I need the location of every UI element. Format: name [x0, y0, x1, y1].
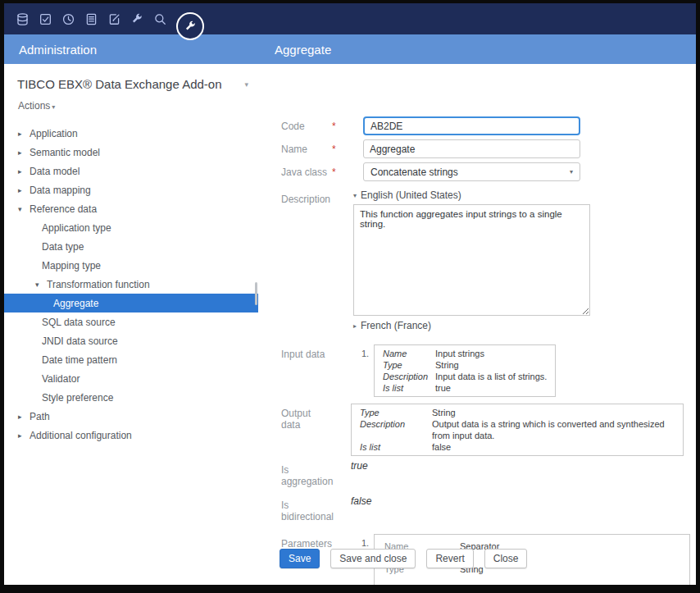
required-marker: *	[332, 139, 351, 158]
search-icon[interactable]	[148, 7, 171, 31]
document-icon[interactable]	[80, 7, 102, 31]
required-marker: *	[332, 162, 351, 181]
edit-document-icon[interactable]	[102, 7, 125, 31]
field-label-is-aggregation: Is aggregation	[281, 460, 332, 487]
chevron-down-icon[interactable]: ▾	[18, 205, 30, 213]
field-row-is-bidirectional: Is bidirectional false	[281, 495, 696, 522]
sidebar-item-semantic-model[interactable]: ▸ Semantic model	[4, 143, 258, 162]
sidebar-item-transformation-function[interactable]: ▾ Transformation function	[4, 275, 258, 294]
save-and-close-button[interactable]: Save and close	[330, 549, 416, 568]
actions-label: Actions	[18, 100, 50, 112]
record-form: Code * Name * Java class *	[258, 64, 696, 585]
dataset-title-row: TIBCO EBX® Data Exchange Add-on ▾	[17, 77, 248, 91]
sidebar-item-reference-data[interactable]: ▾ Reference data	[4, 199, 258, 218]
table-row: Is list true	[375, 382, 555, 394]
locale-group-english-label: English (United States)	[361, 189, 461, 201]
java-class-selected-value: Concatenate strings	[370, 166, 458, 178]
chevron-right-icon[interactable]: ▸	[18, 186, 30, 194]
code-input[interactable]	[363, 116, 580, 135]
description-english-textarea[interactable]	[353, 204, 590, 316]
name-input[interactable]	[363, 139, 580, 158]
database-icon[interactable]	[11, 7, 34, 31]
list-index: 1.	[361, 344, 374, 358]
field-label-description: Description	[281, 189, 332, 331]
field-row-is-aggregation: Is aggregation true	[281, 460, 696, 487]
locale-group-french-label: French (France)	[361, 320, 431, 331]
revert-button[interactable]: Revert	[426, 549, 473, 568]
field-label-input-data: Input data	[281, 344, 332, 397]
administration-wrench-active-icon[interactable]	[176, 12, 204, 40]
table-row: Is list false	[352, 441, 683, 453]
chevron-right-icon[interactable]: ▸	[18, 167, 30, 176]
sidebar-item-aggregate[interactable]: Aggregate	[4, 294, 258, 312]
table-row: Description Input data is a list of stri…	[375, 371, 555, 382]
sidebar-item-date-time-pattern[interactable]: Date time pattern	[4, 350, 258, 369]
field-label-is-bidirectional: Is bidirectional	[281, 495, 332, 522]
table-row: Name Input strings	[375, 348, 555, 359]
sidebar-item-data-mapping[interactable]: ▸ Data mapping	[4, 180, 258, 199]
chevron-right-icon: ▸	[353, 322, 357, 330]
field-row-java-class: Java class * Concatenate strings ▾	[281, 162, 696, 181]
page-header: Administration Aggregate	[4, 34, 696, 64]
sidebar-item-additional-configuration[interactable]: ▸ Additional configuration	[4, 426, 258, 445]
chevron-down-icon: ▾	[52, 103, 55, 111]
field-row-name: Name *	[281, 139, 696, 158]
sidebar-item-sql-data-source[interactable]: SQL data source	[4, 312, 258, 331]
sidebar: TIBCO EBX® Data Exchange Add-on ▾ Action…	[4, 64, 258, 585]
table-row: Description Separator of returned output…	[375, 581, 689, 585]
sidebar-item-application[interactable]: ▸ Application	[4, 124, 258, 143]
wrench-icon[interactable]	[125, 7, 148, 31]
chevron-right-icon[interactable]: ▸	[18, 431, 30, 440]
field-label-output-data: Output data	[281, 404, 332, 456]
chevron-right-icon[interactable]: ▸	[18, 130, 30, 138]
sidebar-item-mapping-type[interactable]: Mapping type	[4, 256, 258, 275]
chevron-down-icon[interactable]: ▾	[244, 80, 248, 89]
sidebar-item-style-preference[interactable]: Style preference	[4, 388, 258, 407]
dataset-title: TIBCO EBX® Data Exchange Add-on	[17, 77, 222, 91]
close-button[interactable]: Close	[484, 549, 528, 568]
sidebar-item-application-type[interactable]: Application type	[4, 218, 258, 237]
input-data-table: Name Input strings Type String Descripti…	[374, 344, 556, 397]
field-row-description: Description ▾ English (United States) ▸ …	[281, 189, 696, 331]
top-toolbar	[4, 3, 696, 34]
sidebar-scrollbar[interactable]	[255, 282, 257, 305]
actions-menu[interactable]: Actions▾	[18, 100, 245, 112]
sidebar-item-jndi-data-source[interactable]: JNDI data source	[4, 331, 258, 350]
navigation-tree: ▸ Application ▸ Semantic model ▸ Data mo…	[4, 124, 258, 445]
chevron-down-icon: ▾	[570, 168, 573, 176]
table-row: Type String	[352, 407, 683, 418]
clock-icon[interactable]	[57, 7, 80, 31]
sidebar-item-data-type[interactable]: Data type	[4, 237, 258, 256]
is-bidirectional-value: false	[351, 491, 371, 507]
table-row: Description Output data is a string whic…	[352, 418, 683, 441]
chevron-right-icon[interactable]: ▸	[18, 148, 30, 157]
field-row-output-data: Output data Type String Description Outp…	[281, 404, 696, 456]
chevron-down-icon: ▾	[353, 192, 357, 199]
checklist-icon[interactable]	[34, 7, 57, 31]
is-aggregation-value: true	[351, 456, 368, 472]
page-title: Aggregate	[258, 43, 331, 57]
form-footer-toolbar: Save Save and close Revert Close	[280, 549, 527, 568]
app-window: Administration Aggregate TIBCO EBX® Data…	[0, 0, 700, 593]
output-data-table: Type String Description Output data is a…	[351, 404, 684, 456]
field-row-code: Code *	[281, 116, 696, 135]
java-class-select[interactable]: Concatenate strings ▾	[363, 162, 580, 181]
chevron-down-icon[interactable]: ▾	[35, 281, 47, 289]
field-label-java-class: Java class	[281, 162, 332, 181]
sidebar-item-validator[interactable]: Validator	[4, 369, 258, 388]
field-label-code: Code	[281, 116, 332, 135]
sidebar-item-data-model[interactable]: ▸ Data model	[4, 162, 258, 180]
sidebar-item-path[interactable]: ▸ Path	[4, 407, 258, 426]
section-title-administration: Administration	[4, 43, 258, 57]
required-marker: *	[332, 116, 351, 135]
chevron-right-icon[interactable]: ▸	[18, 413, 30, 421]
field-row-input-data: Input data 1. Name Input strings Type St…	[281, 344, 696, 397]
list-index: 1.	[361, 534, 374, 548]
field-label-name: Name	[281, 139, 332, 158]
table-row: Type String	[375, 359, 555, 371]
save-button[interactable]: Save	[280, 549, 320, 568]
locale-group-french[interactable]: ▸ French (France)	[353, 320, 696, 331]
locale-group-english[interactable]: ▾ English (United States)	[353, 189, 696, 201]
